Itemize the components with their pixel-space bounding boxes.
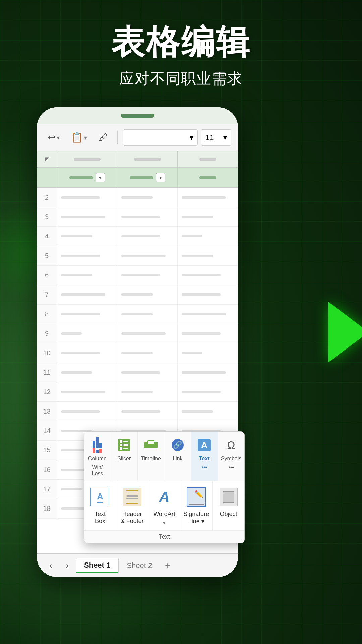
cell-3a[interactable]	[57, 207, 117, 226]
filter-chevron-b[interactable]: ▾	[156, 173, 165, 182]
undo-button[interactable]: ↩ ▾	[44, 129, 64, 146]
column-chart-button[interactable]: Column Win/Loss	[84, 432, 111, 481]
slicer-button[interactable]: Slicer	[111, 432, 138, 481]
font-select[interactable]: ▾	[123, 129, 198, 146]
signature-line-button[interactable]: ✏️ SignatureLine ▾	[180, 481, 213, 530]
cell-2c[interactable]	[178, 188, 238, 207]
row-num-8: 8	[37, 305, 57, 324]
font-size-select[interactable]: 11 ▾	[201, 129, 231, 146]
row-num-10: 10	[37, 343, 57, 363]
filter-cell-b[interactable]: ▾	[117, 168, 178, 187]
textbox-button[interactable]: A TextBox	[84, 481, 116, 530]
textbox-label: TextBox	[95, 511, 106, 525]
col-header-c[interactable]	[178, 151, 238, 167]
cell-11a[interactable]	[57, 363, 117, 382]
popup-top-row: Column Win/Loss Slicer Timeline	[84, 432, 244, 481]
wordart-button[interactable]: A WordArt ▾	[148, 481, 181, 530]
cell-4c[interactable]	[178, 227, 238, 246]
cell-9a[interactable]	[57, 324, 117, 343]
link-button[interactable]: 🔗 Link	[164, 432, 191, 481]
table-row: 7	[37, 285, 238, 305]
cell-8a[interactable]	[57, 305, 117, 324]
add-sheet-button[interactable]: +	[160, 558, 175, 573]
corner-cell: ◤	[37, 151, 57, 167]
cell-4b[interactable]	[117, 227, 178, 246]
col-header-b[interactable]	[117, 151, 178, 167]
cell-13b[interactable]	[117, 402, 178, 421]
paste-icon: 📋	[71, 132, 83, 143]
cell-10c[interactable]	[178, 343, 238, 363]
row-num-18: 18	[37, 499, 57, 518]
corner-arrow-icon: ◤	[45, 156, 49, 163]
format-button[interactable]: 🖊	[95, 129, 112, 146]
cell-12a[interactable]	[57, 382, 117, 401]
undo-icon: ↩	[48, 132, 55, 143]
cell-12b[interactable]	[117, 382, 178, 401]
table-row: 6	[37, 266, 238, 285]
cell-2b[interactable]	[117, 188, 178, 207]
cell-13a[interactable]	[57, 402, 117, 421]
signature-line-label: SignatureLine ▾	[183, 511, 209, 525]
cell-6b[interactable]	[117, 266, 178, 285]
sheet-tab-1[interactable]: Sheet 1	[76, 558, 119, 573]
filter-cell-c[interactable]	[178, 168, 238, 187]
cell-5c[interactable]	[178, 246, 238, 265]
size-chevron-icon: ▾	[223, 133, 227, 142]
cell-10a[interactable]	[57, 343, 117, 363]
sheet-tab-2[interactable]: Sheet 2	[119, 558, 160, 573]
cell-9b[interactable]	[117, 324, 178, 343]
cell-6c[interactable]	[178, 266, 238, 285]
cell-2a[interactable]	[57, 188, 117, 207]
object-label: Object	[220, 511, 237, 518]
cell-7a[interactable]	[57, 285, 117, 304]
font-size-value: 11	[205, 133, 214, 142]
table-row: 13	[37, 402, 238, 421]
signature-line-icon: ✏️	[186, 486, 207, 508]
row-num-17: 17	[37, 480, 57, 499]
table-row: 11	[37, 363, 238, 382]
cell-9c[interactable]	[178, 324, 238, 343]
row-num-5: 5	[37, 246, 57, 265]
cell-8b[interactable]	[117, 305, 178, 324]
table-row: 12	[37, 382, 238, 402]
text-icon: A	[196, 437, 213, 453]
text-button[interactable]: A Text •••	[191, 432, 218, 481]
cell-4a[interactable]	[57, 227, 117, 246]
cell-11c[interactable]	[178, 363, 238, 382]
filter-chevron-a[interactable]: ▾	[96, 173, 105, 182]
main-title: 表格编辑	[0, 20, 362, 65]
cell-5a[interactable]	[57, 246, 117, 265]
font-chevron-icon: ▾	[190, 133, 193, 142]
col-header-a[interactable]	[57, 151, 117, 167]
cell-5b[interactable]	[117, 246, 178, 265]
row-num-2: 2	[37, 188, 57, 207]
cell-12c[interactable]	[178, 382, 238, 401]
filter-row: ▾ ▾	[37, 168, 238, 188]
paste-button[interactable]: 📋 ▾	[67, 129, 91, 146]
tab-prev-button[interactable]: ‹	[42, 558, 59, 573]
object-button[interactable]: Object	[213, 481, 244, 530]
cell-6a[interactable]	[57, 266, 117, 285]
symbols-button[interactable]: Ω Symbols •••	[218, 432, 244, 481]
cell-11b[interactable]	[117, 363, 178, 382]
tab-next-button[interactable]: ›	[59, 558, 76, 573]
header-footer-button[interactable]: Header& Footer	[116, 481, 148, 530]
symbols-label: Symbols	[221, 455, 241, 462]
toolbar: ↩ ▾ 📋 ▾ 🖊 ▾ 11 ▾	[37, 124, 238, 151]
cell-3c[interactable]	[178, 207, 238, 226]
cell-13c[interactable]	[178, 402, 238, 421]
cell-3b[interactable]	[117, 207, 178, 226]
row-num-12: 12	[37, 382, 57, 401]
filter-cell-a[interactable]: ▾	[57, 168, 117, 187]
timeline-button[interactable]: Timeline	[138, 432, 165, 481]
table-row: 3	[37, 207, 238, 227]
object-icon	[218, 486, 239, 508]
cell-8c[interactable]	[178, 305, 238, 324]
sub-title: 应对不同职业需求	[0, 69, 362, 89]
cell-10b[interactable]	[117, 343, 178, 363]
row-num-14: 14	[37, 421, 57, 440]
cell-7c[interactable]	[178, 285, 238, 304]
paste-chevron-icon: ▾	[84, 134, 87, 141]
timeline-label: Timeline	[141, 455, 161, 462]
cell-7b[interactable]	[117, 285, 178, 304]
